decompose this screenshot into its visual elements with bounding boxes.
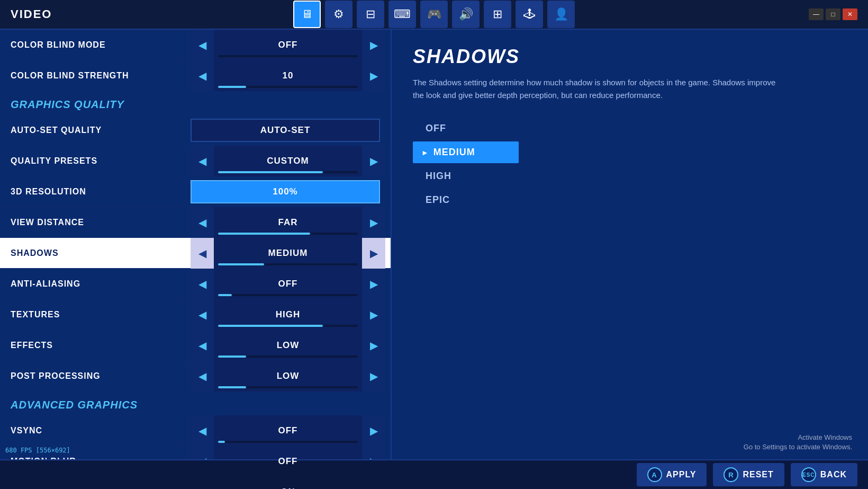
view-distance-row: VIEW DISTANCE ◀ FAR ▶: [0, 207, 391, 238]
apply-button[interactable]: A APPLY: [637, 463, 707, 486]
quality-presets-value-box: CUSTOM: [214, 146, 362, 176]
option-off[interactable]: OFF: [413, 118, 519, 139]
auto-set-control: AUTO-SET: [191, 115, 385, 145]
back-key: ESC: [801, 467, 816, 482]
effects-control: ◀ LOW ▶: [191, 330, 385, 360]
color-blind-mode-value-box: OFF: [214, 30, 362, 60]
resolution-3d-label: 3D RESOLUTION: [0, 187, 191, 197]
option-high[interactable]: HIGH: [413, 165, 519, 187]
color-blind-strength-control: ◀ 10 ▶: [191, 60, 385, 91]
color-blind-mode-label: COLOR BLIND MODE: [0, 40, 191, 50]
textures-value-box: HIGH: [214, 299, 362, 330]
close-button[interactable]: ✕: [843, 8, 857, 20]
quality-presets-label: QUALITY PRESETS: [0, 156, 191, 166]
color-blind-strength-label: COLOR BLIND STRENGTH: [0, 71, 191, 81]
effects-row: EFFECTS ◀ LOW ▶: [0, 330, 391, 361]
option-off-label: OFF: [426, 123, 446, 134]
textures-prev[interactable]: ◀: [191, 299, 214, 330]
apply-label: APPLY: [666, 470, 697, 479]
option-epic[interactable]: EPIC: [413, 189, 519, 211]
shadows-row[interactable]: SHADOWS ◀ MEDIUM ▶: [0, 238, 391, 269]
quality-presets-bar: [218, 171, 358, 173]
quality-presets-prev[interactable]: ◀: [191, 146, 214, 176]
shadows-next[interactable]: ▶: [362, 238, 385, 269]
nav-icon-account[interactable]: 👤: [547, 1, 575, 28]
page-title: VIDEO: [11, 7, 52, 21]
textures-control: ◀ HIGH ▶: [191, 299, 385, 330]
view-distance-next[interactable]: ▶: [362, 207, 385, 238]
resolution-3d-full-control: 100%: [191, 176, 380, 207]
resolution-3d-btn[interactable]: 100%: [191, 180, 380, 203]
color-blind-mode-bar: [218, 55, 358, 57]
anti-aliasing-prev[interactable]: ◀: [191, 269, 214, 299]
nav-icon-layout[interactable]: ⊟: [357, 1, 384, 28]
anti-aliasing-bar: [218, 294, 358, 296]
textures-bar: [218, 325, 358, 327]
settings-left-panel: COLOR BLIND MODE ◀ OFF ▶ COLOR BLIND STR…: [0, 30, 392, 489]
nav-icon-keyboard[interactable]: ⌨: [388, 1, 416, 28]
nav-icon-gamepad[interactable]: 🎮: [420, 1, 448, 28]
maximize-button[interactable]: □: [826, 8, 840, 20]
advanced-graphics-header: ADVANCED GRAPHICS: [0, 392, 391, 415]
reset-button[interactable]: R RESET: [713, 463, 784, 486]
quality-presets-row: QUALITY PRESETS ◀ CUSTOM ▶: [0, 146, 391, 176]
graphics-quality-header: GRAPHICS QUALITY: [0, 91, 391, 115]
vsync-prev[interactable]: ◀: [191, 415, 214, 446]
view-distance-prev[interactable]: ◀: [191, 207, 214, 238]
activate-line2: Go to Settings to activate Windows.: [744, 442, 852, 452]
quality-presets-next[interactable]: ▶: [362, 146, 385, 176]
bottom-bar: A APPLY R RESET ESC BACK: [0, 459, 868, 489]
effects-value-box: LOW: [214, 330, 362, 361]
shadows-value-box: MEDIUM: [214, 238, 362, 269]
shadows-control: ◀ MEDIUM ▶: [191, 238, 385, 268]
post-processing-value-box: LOW: [214, 361, 362, 392]
show-fps-value: ON: [281, 487, 295, 490]
effects-value: LOW: [277, 340, 300, 351]
effects-bar: [218, 355, 358, 358]
nav-icon-audio[interactable]: 🔊: [452, 1, 480, 28]
anti-aliasing-next[interactable]: ▶: [362, 269, 385, 299]
post-processing-value: LOW: [277, 371, 300, 381]
color-blind-mode-next[interactable]: ▶: [362, 30, 385, 60]
anti-aliasing-control: ◀ OFF ▶: [191, 269, 385, 299]
nav-icon-settings[interactable]: ⚙: [325, 1, 352, 28]
post-processing-next[interactable]: ▶: [362, 361, 385, 392]
option-epic-label: EPIC: [426, 194, 450, 206]
detail-description: The Shadows setting determine how much s…: [413, 76, 783, 102]
option-medium[interactable]: ► MEDIUM: [413, 141, 519, 163]
resolution-3d-row: 3D RESOLUTION 100%: [0, 176, 391, 207]
color-blind-strength-next[interactable]: ▶: [362, 60, 385, 91]
quality-presets-control: ◀ CUSTOM ▶: [191, 146, 385, 176]
anti-aliasing-value: OFF: [278, 279, 298, 289]
effects-prev[interactable]: ◀: [191, 330, 214, 361]
vsync-row: VSYNC ◀ OFF ▶: [0, 415, 391, 446]
fps-counter: 680 FPS [556×692]: [5, 447, 70, 454]
textures-label: TEXTURES: [0, 310, 191, 319]
minimize-button[interactable]: —: [809, 8, 824, 20]
apply-key: A: [647, 467, 662, 482]
detail-panel: SHADOWS The Shadows setting determine ho…: [392, 30, 868, 489]
post-processing-prev[interactable]: ◀: [191, 361, 214, 392]
nav-icon-network[interactable]: ⊞: [484, 1, 511, 28]
vsync-next[interactable]: ▶: [362, 415, 385, 446]
effects-next[interactable]: ▶: [362, 330, 385, 361]
view-distance-value-box: FAR: [214, 207, 362, 238]
color-blind-strength-prev[interactable]: ◀: [191, 60, 214, 91]
option-medium-label: MEDIUM: [433, 147, 475, 158]
shadows-prev[interactable]: ◀: [191, 238, 214, 269]
color-blind-mode-prev[interactable]: ◀: [191, 30, 214, 60]
back-button[interactable]: ESC BACK: [791, 463, 857, 486]
nav-icon-controller[interactable]: 🕹: [516, 1, 543, 28]
nav-icons: 🖥 ⚙ ⊟ ⌨ 🎮 🔊 ⊞ 🕹 👤: [293, 1, 575, 28]
textures-value: HIGH: [276, 309, 301, 320]
options-list: OFF ► MEDIUM HIGH EPIC: [413, 118, 847, 211]
textures-next[interactable]: ▶: [362, 299, 385, 330]
color-blind-mode-control: ◀ OFF ▶: [191, 30, 385, 60]
nav-icon-display[interactable]: 🖥: [293, 1, 321, 28]
option-medium-arrow: ►: [421, 148, 429, 157]
auto-set-full-control: AUTO-SET: [191, 115, 380, 146]
color-blind-strength-row: COLOR BLIND STRENGTH ◀ 10 ▶: [0, 60, 391, 91]
resolution-3d-control: 100%: [191, 176, 385, 207]
auto-set-btn[interactable]: AUTO-SET: [191, 119, 380, 142]
option-high-label: HIGH: [426, 171, 451, 182]
